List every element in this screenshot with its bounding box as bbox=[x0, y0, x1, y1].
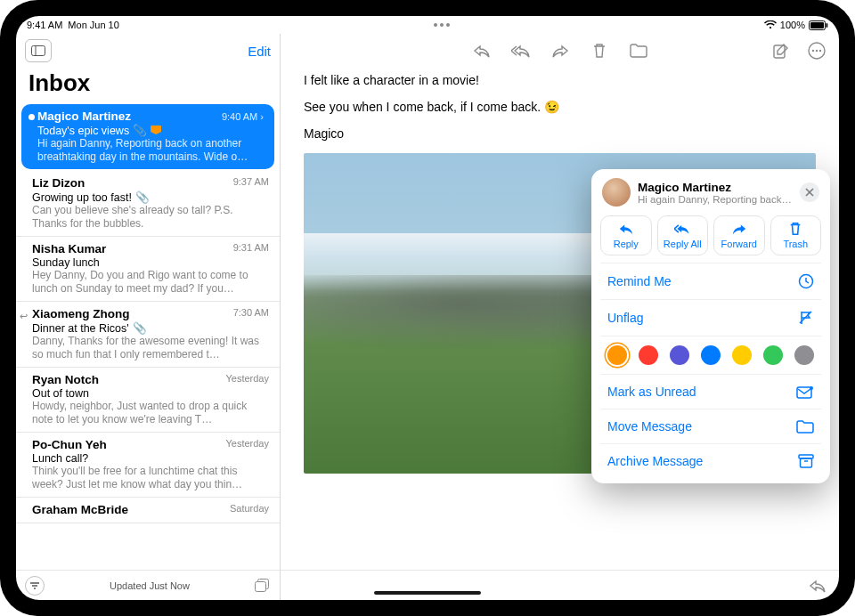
mail-item[interactable]: ↩Xiaomeng Zhong7:30 AMDinner at the Rico… bbox=[16, 302, 280, 368]
mail-subject: Today's epic views📎 bbox=[37, 124, 264, 137]
archive-box-icon bbox=[798, 454, 814, 468]
reply-all-label: Reply All bbox=[664, 239, 702, 249]
home-indicator[interactable] bbox=[374, 591, 481, 595]
mail-time: 7:30 AM bbox=[233, 307, 269, 320]
archive-message-row[interactable]: Archive Message bbox=[600, 443, 821, 478]
wifi-icon bbox=[764, 20, 777, 29]
mark-unread-row[interactable]: Mark as Unread bbox=[600, 374, 821, 409]
flag-color-swatch[interactable] bbox=[701, 345, 721, 365]
mail-preview: Can you believe she's already so tall? P… bbox=[32, 204, 269, 231]
mail-sender: Nisha Kumar bbox=[32, 242, 106, 255]
sidebar-toggle-icon[interactable] bbox=[25, 39, 52, 62]
reply-button[interactable]: Reply bbox=[600, 215, 652, 255]
reply-label: Reply bbox=[614, 239, 639, 249]
mail-subject: Out of town bbox=[32, 387, 269, 400]
status-date: Mon Jun 10 bbox=[68, 20, 118, 30]
sidebar: Edit Inbox Magico Martinez9:40 AM ›Today… bbox=[16, 34, 281, 600]
paperclip-icon: 📎 bbox=[133, 125, 147, 137]
flag-color-swatch[interactable] bbox=[794, 345, 814, 365]
close-icon[interactable] bbox=[800, 182, 819, 202]
reader-footer bbox=[281, 570, 839, 600]
forward-label: Forward bbox=[721, 239, 757, 249]
move-folder-icon[interactable] bbox=[629, 41, 648, 61]
status-bar: 9:41 AM Mon Jun 10 100% bbox=[16, 16, 839, 34]
mail-sender: Liz Dizon bbox=[32, 176, 85, 190]
body-line: I felt like a character in a movie! bbox=[304, 73, 816, 87]
mail-subject: Sunday lunch bbox=[32, 256, 269, 269]
forward-button[interactable]: Forward bbox=[713, 215, 765, 255]
mail-subject: Lunch call? bbox=[32, 452, 269, 465]
flag-color-swatch[interactable] bbox=[732, 345, 752, 365]
mail-time: 9:37 AM bbox=[233, 176, 269, 190]
mail-sender: Po-Chun Yeh bbox=[32, 438, 107, 451]
move-message-label: Move Message bbox=[607, 419, 692, 434]
filter-button[interactable] bbox=[25, 576, 45, 596]
unflag-row[interactable]: Unflag bbox=[600, 299, 821, 336]
popover-preview: Hi again Danny, Reporting back o… bbox=[638, 194, 793, 205]
flag-icon bbox=[151, 126, 161, 134]
remind-me-row[interactable]: Remind Me bbox=[600, 263, 821, 299]
reply-footer-icon[interactable] bbox=[809, 579, 826, 593]
avatar bbox=[602, 178, 631, 207]
replied-icon: ↩ bbox=[20, 311, 28, 322]
mailboxes-icon[interactable] bbox=[255, 579, 271, 593]
mail-time: Saturday bbox=[230, 503, 269, 516]
trash-label: Trash bbox=[783, 239, 808, 249]
mail-preview: Hi again Danny, Reporting back on anothe… bbox=[37, 137, 264, 164]
body-signature: Magico bbox=[304, 126, 816, 141]
mail-item[interactable]: Magico Martinez9:40 AM ›Today's epic vie… bbox=[21, 104, 274, 169]
paperclip-icon: 📎 bbox=[133, 322, 147, 335]
reader-pane: I felt like a character in a movie! See … bbox=[281, 34, 839, 600]
unread-dot-icon bbox=[28, 114, 35, 120]
mail-item[interactable]: Ryan NotchYesterdayOut of townHowdy, nei… bbox=[16, 368, 280, 433]
mail-item[interactable]: Graham McBrideSaturday bbox=[16, 498, 280, 523]
mail-preview: Think you'll be free for a lunchtime cha… bbox=[32, 465, 269, 491]
mail-sender: Magico Martinez bbox=[37, 109, 131, 123]
body-line: See you when I come back, if I come back… bbox=[304, 100, 816, 114]
message-actions-popover: Magico Martinez Hi again Danny, Reportin… bbox=[591, 169, 830, 483]
folder-icon bbox=[796, 419, 814, 434]
flag-color-swatch[interactable] bbox=[639, 345, 658, 365]
status-time: 9:41 AM bbox=[27, 20, 62, 30]
flag-color-row bbox=[600, 336, 821, 374]
sidebar-toolbar: Edit bbox=[16, 34, 280, 68]
remind-me-label: Remind Me bbox=[607, 274, 672, 288]
battery-percent: 100% bbox=[780, 20, 805, 30]
trash-icon[interactable] bbox=[590, 41, 609, 61]
unflag-label: Unflag bbox=[607, 311, 643, 325]
mail-subject: Growing up too fast!📎 bbox=[32, 190, 269, 204]
forward-icon[interactable] bbox=[550, 41, 570, 61]
paperclip-icon: 📎 bbox=[135, 191, 150, 204]
envelope-badge-icon bbox=[796, 385, 814, 399]
mail-time: Yesterday bbox=[225, 438, 269, 451]
mail-sender: Ryan Notch bbox=[32, 373, 99, 386]
mail-sender: Graham McBride bbox=[32, 503, 128, 516]
trash-button[interactable]: Trash bbox=[770, 215, 822, 255]
mail-time: 9:40 AM › bbox=[222, 109, 264, 123]
move-message-row[interactable]: Move Message bbox=[600, 409, 821, 443]
reply-all-icon[interactable] bbox=[511, 41, 531, 61]
edit-button[interactable]: Edit bbox=[248, 44, 271, 59]
svg-rect-17 bbox=[797, 387, 811, 398]
sync-status: Updated Just Now bbox=[110, 580, 190, 591]
multitask-dots-icon[interactable] bbox=[434, 23, 450, 27]
flag-color-swatch[interactable] bbox=[670, 345, 689, 365]
reader-toolbar bbox=[281, 34, 839, 68]
reply-icon[interactable] bbox=[472, 41, 492, 61]
mail-item[interactable]: Liz Dizon9:37 AMGrowing up too fast!📎Can… bbox=[16, 171, 280, 237]
flag-color-swatch[interactable] bbox=[607, 345, 627, 365]
mail-item[interactable]: Nisha Kumar9:31 AMSunday lunchHey Danny,… bbox=[16, 237, 280, 302]
mail-preview: Danny, Thanks for the awesome evening! I… bbox=[32, 335, 269, 361]
flag-slash-icon bbox=[798, 310, 814, 326]
sidebar-footer: Updated Just Now bbox=[16, 570, 280, 600]
svg-rect-1 bbox=[810, 22, 824, 28]
device-frame: 9:41 AM Mon Jun 10 100% bbox=[0, 0, 855, 616]
battery-full-icon bbox=[809, 20, 828, 30]
reply-all-button[interactable]: Reply All bbox=[657, 215, 709, 255]
mail-subject: Dinner at the Ricos'📎 bbox=[32, 321, 269, 335]
svg-rect-9 bbox=[255, 581, 265, 591]
mail-time: Yesterday bbox=[225, 373, 269, 386]
mail-item[interactable]: Po-Chun YehYesterdayLunch call?Think you… bbox=[16, 433, 280, 498]
flag-color-swatch[interactable] bbox=[763, 345, 783, 365]
archive-message-label: Archive Message bbox=[607, 454, 703, 468]
